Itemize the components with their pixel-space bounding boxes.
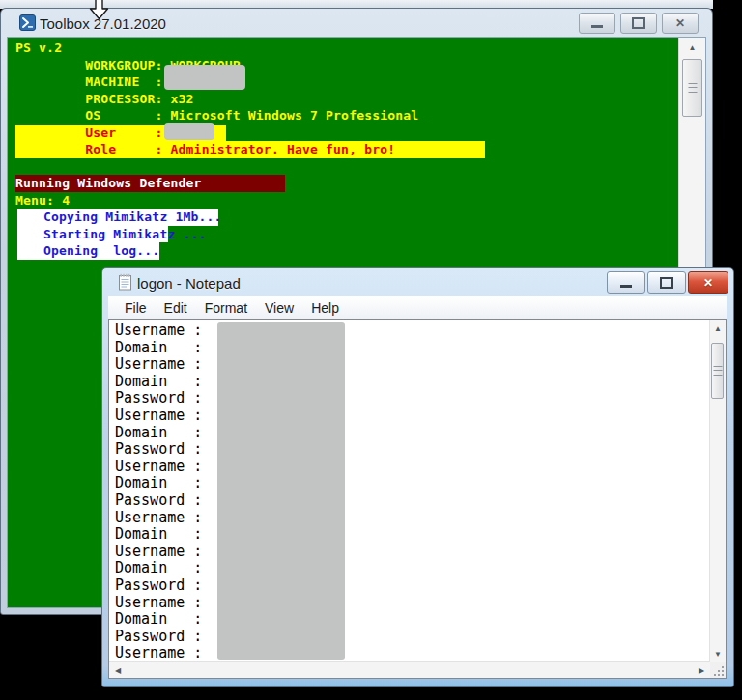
notepad-horizontal-scrollbar[interactable]: ◀ ▶ [109,661,710,678]
menu-item[interactable]: Format [196,298,256,318]
console-row: Menu: 4 [8,192,679,210]
notepad-menubar: FileEditFormatViewHelp [108,296,727,319]
scroll-up-arrow-icon[interactable]: ▲ [710,321,726,336]
notepad-scrollbar-corner [710,662,726,678]
notepad-icon[interactable] [118,273,133,294]
powershell-icon[interactable] [19,14,36,35]
toolbox-maximize-button[interactable] [620,13,657,34]
notepad-line: Username : [115,356,710,374]
notepad-line: Username : [115,407,710,425]
notepad-line: Domain : [115,526,710,544]
notepad-line: Username : [115,645,710,662]
notepad-window-title: logon - Notepad [137,275,241,292]
notepad-line: Domain : [115,374,710,391]
notepad-line: Password : [115,390,710,407]
notepad-lines: Username :Domain :Username :Domain :Pass… [115,322,710,662]
notepad-line: Domain : [115,560,710,577]
notepad-line: Username : [115,595,710,612]
console-scrollbar-thumb[interactable] [682,59,702,117]
maximize-icon [632,17,645,29]
notepad-minimize-button[interactable] [607,271,645,294]
console-row: User : [8,125,679,142]
console-row: OS : Microsoft Windows 7 Professional [8,107,679,125]
notepad-line: Domain : [115,340,710,357]
notepad-vertical-scrollbar[interactable]: ▲ ▼ [709,320,726,662]
toolbox-close-button[interactable]: ✕ [662,13,699,34]
scroll-left-arrow-icon[interactable]: ◀ [110,662,126,678]
down-arrow-cursor [89,0,110,24]
menu-item[interactable]: Edit [156,298,196,318]
toolbox-minimize-button[interactable] [579,13,615,34]
redaction-box-machine [164,65,245,90]
notepad-line: Username : [115,322,710,340]
notepad-line: Domain : [115,475,710,492]
thumb-grip-icon [713,366,722,376]
notepad-titlebar[interactable]: logon - Notepad ✕ [102,268,733,296]
maximize-icon [660,277,673,289]
redaction-box-user [164,123,214,140]
close-icon: ✕ [703,276,713,290]
console-row: PROCESSOR: x32 [8,91,679,108]
close-icon: ✕ [675,16,685,30]
menu-item[interactable]: Help [302,298,348,318]
notepad-line: Password : [115,441,710,459]
notepad-line: Password : [115,629,710,646]
notepad-line: Username : [115,544,710,561]
console-row [8,158,679,176]
notepad-line: Password : [115,577,710,595]
console-row: Running Windows Defender [8,175,679,192]
notepad-line: Username : [115,510,710,527]
notepad-window: logon - Notepad ✕ FileEditFormatViewHelp… [101,267,734,687]
scroll-up-arrow-icon[interactable]: ▲ [679,40,705,55]
minimize-icon [620,285,632,288]
notepad-line: Domain : [115,425,710,442]
console-row: WORKGROUP: WORKGROUP [8,57,679,74]
console-row: MACHINE : [8,73,679,91]
console-row: PS v.2 [8,40,679,57]
redaction-box-credentials [217,322,345,660]
scroll-right-arrow-icon[interactable]: ▶ [694,662,709,678]
console-row: Opening log... [8,242,679,260]
console-row: Role : Administrator. Have fun, bro! [8,141,679,158]
notepad-client-area: Username :Domain :Username :Domain :Pass… [108,319,727,679]
notepad-maximize-button[interactable] [647,271,686,294]
notepad-vscrollbar-thumb[interactable] [711,343,724,399]
scroll-down-arrow-icon[interactable]: ▼ [710,646,726,661]
resize-grip-icon[interactable] [714,666,724,676]
console-row: Copying Mimikatz 1Mb... [8,209,679,226]
notepad-line: Username : [115,459,710,476]
menu-item[interactable]: View [256,298,302,318]
console-rows: PS v.2 WORKGROUP: WORKGROUP MACHINE : PR… [8,40,679,260]
notepad-text-area[interactable]: Username :Domain :Username :Domain :Pass… [109,320,710,662]
console-row: Starting Mimikatz ... [8,226,679,243]
notepad-line: Domain : [115,611,710,629]
menu-item[interactable]: File [116,298,156,318]
thumb-grip-icon [688,83,697,93]
notepad-line: Password : [115,492,710,510]
notepad-close-button[interactable]: ✕ [688,271,728,294]
minimize-icon [591,25,603,28]
